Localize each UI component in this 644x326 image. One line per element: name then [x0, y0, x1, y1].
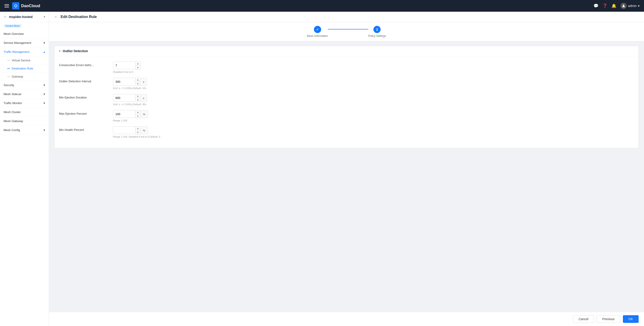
- consecutive-errors-down-button[interactable]: ▼: [136, 66, 140, 69]
- step-2-circle: 2: [374, 26, 380, 33]
- navbar: DaoCloud 💬 ❓ 🔔 admin ▾: [0, 0, 644, 12]
- sidebar-item-mesh-gateway[interactable]: Mesh Gateway: [0, 117, 49, 126]
- previous-button[interactable]: Previous: [596, 315, 620, 323]
- detection-interval-spinner-wrapper: ▲ ▼: [113, 78, 140, 86]
- min-ejection-input-wrapper: ▲ ▼ s: [113, 94, 147, 102]
- sidebar-item-label: Traffic Management: [4, 50, 30, 54]
- sidebar-item-mesh-overview[interactable]: Mesh Overview: [0, 30, 49, 39]
- chevron-down-icon: [44, 128, 45, 132]
- sidebar-item-traffic-monitor[interactable]: Traffic Monitor: [0, 99, 49, 108]
- min-ejection-input[interactable]: [113, 94, 136, 102]
- chevron-down-icon: [44, 41, 45, 45]
- min-health-hint: Range 1-100, Disabled if set to 0,Defaul…: [113, 135, 160, 138]
- detection-interval-up-button[interactable]: ▲: [136, 78, 140, 82]
- sidebar-item-security[interactable]: Security: [0, 81, 49, 90]
- detection-interval-input-wrapper: ▲ ▼ s: [113, 78, 147, 86]
- sidebar-header-left: ← mspider-hosted: [4, 15, 32, 19]
- consecutive-errors-input[interactable]: [113, 62, 136, 69]
- message-icon[interactable]: 💬: [594, 3, 598, 8]
- svg-point-1: [15, 5, 16, 7]
- max-ejection-up-button[interactable]: ▲: [136, 110, 140, 114]
- ok-button[interactable]: OK: [623, 315, 638, 323]
- min-health-up-button[interactable]: ▲: [136, 127, 140, 130]
- form-scroll: ▾ Outlier Detection Consecutive Errors b…: [49, 41, 644, 326]
- page-back-button[interactable]: ←: [54, 15, 58, 19]
- dash-icon: [7, 60, 10, 61]
- sidebar-header: ← mspider-hosted ▾: [0, 12, 49, 22]
- detection-interval-hint: Unit: s, >= 0.001s,Default: 10s: [113, 87, 147, 89]
- detection-interval-down-button[interactable]: ▼: [136, 82, 140, 86]
- min-ejection-up-button[interactable]: ▲: [136, 94, 140, 98]
- form-row-min-health: Min Health Percent ▲ ▼ %: [59, 126, 634, 138]
- user-chevron-icon: ▾: [638, 4, 640, 8]
- consecutive-errors-control: ▲ ▼ Disabled if set to 0: [113, 62, 140, 73]
- navbar-logo: DaoCloud: [12, 2, 40, 10]
- sidebar-back-button[interactable]: ←: [4, 15, 7, 19]
- sidebar-chevron-icon[interactable]: ▾: [44, 15, 45, 19]
- max-ejection-control: ▲ ▼ % Range 1-100: [113, 110, 148, 122]
- notification-icon[interactable]: 🔔: [612, 3, 616, 8]
- chevron-down-icon: [44, 83, 45, 87]
- sidebar-item-label: Mesh Gateway: [4, 119, 23, 123]
- help-icon[interactable]: ❓: [602, 3, 608, 8]
- consecutive-errors-label: Consecutive Errors befor...: [59, 62, 113, 67]
- sidebar-item-traffic-management[interactable]: Traffic Management ▴: [0, 47, 49, 56]
- form-body: Consecutive Errors befor... ▲ ▼ Disabled…: [54, 56, 638, 148]
- min-health-label: Min Health Percent: [59, 126, 113, 131]
- sidebar-item-label: Service Management: [4, 41, 31, 45]
- consecutive-errors-hint: Disabled if set to 0: [113, 71, 140, 73]
- user-name: admin: [628, 4, 636, 8]
- max-ejection-input-wrapper: ▲ ▼ %: [113, 110, 148, 118]
- min-ejection-unit: s: [140, 94, 147, 102]
- hosted-mesh-badge: Hosted Mesh: [0, 22, 49, 30]
- min-ejection-spinner: ▲ ▼: [136, 94, 140, 102]
- consecutive-errors-up-button[interactable]: ▲: [136, 62, 140, 66]
- navbar-right: 💬 ❓ 🔔 admin ▾: [594, 3, 640, 9]
- sidebar-item-label: Mesh Config: [4, 128, 20, 132]
- consecutive-errors-spinner: ▲ ▼: [136, 62, 140, 70]
- stepper: Basic Information 2 Policy Settings: [307, 26, 386, 38]
- sidebar-item-mesh-cluster[interactable]: Mesh Cluster: [0, 108, 49, 117]
- main-layout: ← mspider-hosted ▾ Hosted Mesh Mesh Over…: [0, 12, 644, 326]
- step-1-label: Basic Information: [307, 34, 328, 38]
- min-ejection-down-button[interactable]: ▼: [136, 98, 140, 102]
- chevron-down-icon: [44, 92, 45, 96]
- max-ejection-spinner: ▲ ▼: [136, 110, 140, 118]
- section-header[interactable]: ▾ Outlier Detection: [54, 46, 638, 56]
- sidebar-item-label: Mesh Overview: [4, 32, 24, 36]
- chevron-down-icon: [44, 101, 45, 105]
- bottom-bar: Cancel Previous OK: [49, 312, 644, 326]
- min-ejection-label: Min Ejection Duration: [59, 94, 113, 99]
- sidebar-item-service-management[interactable]: Service Management: [0, 39, 49, 47]
- sidebar-sub-item-virtual-service[interactable]: Virtual Service: [0, 56, 49, 65]
- sidebar-item-label: Mesh Sidecar: [4, 92, 21, 96]
- min-health-unit: %: [140, 127, 148, 134]
- sidebar-item-mesh-sidecar[interactable]: Mesh Sidecar: [0, 90, 49, 99]
- hamburger-button[interactable]: [4, 4, 9, 8]
- sidebar-item-mesh-config[interactable]: Mesh Config: [0, 126, 49, 135]
- detection-interval-spinner: ▲ ▼: [136, 78, 140, 86]
- sidebar-sub-label: Gateway: [12, 75, 23, 78]
- sidebar-sub-label: Destination Rule: [12, 67, 33, 70]
- dash-icon: [7, 76, 10, 77]
- form-card: ▾ Outlier Detection Consecutive Errors b…: [54, 46, 638, 148]
- max-ejection-down-button[interactable]: ▼: [136, 114, 140, 118]
- sidebar-sub-item-destination-rule[interactable]: Destination Rule: [0, 65, 49, 73]
- svg-point-2: [623, 5, 624, 6]
- cancel-button[interactable]: Cancel: [573, 315, 594, 323]
- page-title: Edit Destination Rule: [61, 15, 97, 19]
- sidebar-sub-item-gateway[interactable]: Gateway: [0, 73, 49, 81]
- sidebar-item-label: Security: [4, 83, 14, 87]
- min-health-input[interactable]: [113, 126, 136, 134]
- form-row-detection-interval: Outlier Detection Interval ▲ ▼: [59, 78, 634, 89]
- sidebar-item-label: Mesh Cluster: [4, 110, 21, 114]
- detection-interval-input[interactable]: [113, 78, 136, 85]
- min-ejection-control: ▲ ▼ s Unit: s, >= 0.001s,Default: 30s: [113, 94, 147, 106]
- max-ejection-input[interactable]: [113, 110, 136, 118]
- max-ejection-unit: %: [140, 110, 148, 118]
- user-menu[interactable]: admin ▾: [620, 3, 640, 9]
- max-ejection-hint: Range 1-100: [113, 119, 148, 122]
- detection-interval-unit: s: [140, 78, 147, 86]
- sidebar-item-label: Traffic Monitor: [4, 101, 22, 105]
- min-health-down-button[interactable]: ▼: [136, 130, 140, 134]
